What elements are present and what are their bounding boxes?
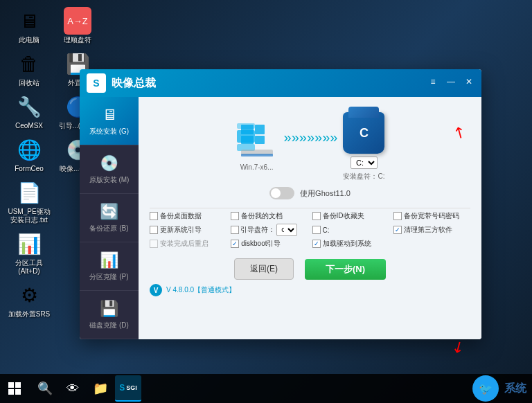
cb-broadband-backup-box[interactable] xyxy=(393,212,402,220)
cb-update-boot-label: 更新系统引导 xyxy=(160,225,202,235)
cb-diskboot-box[interactable] xyxy=(150,240,158,248)
backup-label: 备份还原 (B) xyxy=(89,224,128,233)
viz-target: C C: 安装盘符：C: xyxy=(343,107,384,181)
desktop-icon-ceomsx[interactable]: 🔧 CeoMSX xyxy=(7,93,51,130)
formceo-icon: 🌐 xyxy=(15,136,43,163)
cb-diskboot-label: 安装完成后重启 xyxy=(160,239,209,249)
this-pc-icon: 🖥 xyxy=(15,7,43,35)
taskbar-search[interactable]: 🔍 xyxy=(32,375,58,402)
svg-rect-12 xyxy=(15,389,21,395)
cb-desktop-backup-box[interactable] xyxy=(150,212,158,220)
disk-clone-icon: 💾 xyxy=(100,300,118,318)
windows-start-icon xyxy=(8,382,21,395)
logo-letter: S xyxy=(93,78,99,89)
taskbar-explorer[interactable]: 📁 xyxy=(87,375,114,402)
cb-doc-backup-box[interactable] xyxy=(231,212,239,220)
cb-reboot-after-box[interactable]: ✓ xyxy=(393,226,402,234)
source-label: Win.7-x6... xyxy=(240,163,274,171)
original-install-icon: 💿 xyxy=(100,154,118,172)
app-logo: S xyxy=(87,73,106,93)
txt-icon: 📄 xyxy=(15,179,43,206)
svg-rect-5 xyxy=(241,136,254,144)
close-button[interactable]: ✕ xyxy=(462,75,476,89)
desktop-icon-partition[interactable]: 📊 分区工具(Alt+D) xyxy=(7,230,51,276)
watermark: 系统 xyxy=(504,382,526,396)
app-sidebar: 🖥 系统安装 (G) 💿 原版安装 (M) 🔄 备份还原 (B) 📊 分区克隆 … xyxy=(80,97,139,339)
cb-id-backup-box[interactable] xyxy=(312,212,321,220)
sgi-icon: S xyxy=(119,383,125,393)
desktop-icon-recycle[interactable]: 🗑 回收站 xyxy=(7,50,51,87)
sidebar-item-original-install[interactable]: 💿 原版安装 (M) xyxy=(80,145,139,194)
drive-letter: C xyxy=(360,126,369,141)
taskbar-sgi[interactable]: S SGI xyxy=(115,375,141,402)
desktop-icon-this-pc[interactable]: 🖥 此电脑 xyxy=(7,7,51,44)
sidebar-item-disk-clone[interactable]: 💾 磁盘克隆 (D) xyxy=(80,291,139,339)
cb-doc-backup: 备份我的文档 xyxy=(231,211,308,221)
this-pc-label: 此电脑 xyxy=(19,36,39,44)
app-titlebar: S 映像总裁 ≡ — ✕ xyxy=(80,69,481,97)
cb-broadband-backup: 备份宽带号码密码 xyxy=(393,211,470,221)
next-button[interactable]: 下一步(N) xyxy=(305,259,386,280)
cb-update-boot-box[interactable] xyxy=(150,226,158,234)
taskbar-icons: 🔍 👁 📁 S SGI xyxy=(29,375,144,402)
version-label: V 4.8.0.0【普通模式】 xyxy=(166,285,236,295)
desktop-icon-formceo[interactable]: 🌐 FormCeo xyxy=(7,136,51,173)
cb-id-backup-label: 备份ID收藏夹 xyxy=(323,211,364,221)
svg-rect-11 xyxy=(8,389,14,395)
version-icon: V xyxy=(150,284,162,296)
arrow-sequence: »»»»»»» xyxy=(284,130,338,144)
cb-clean-third: C: xyxy=(312,224,389,236)
drive-select-row: C: xyxy=(351,156,378,169)
system-install-icon: 🖥 xyxy=(102,106,117,124)
button-row: 返回(E) 下一步(N) xyxy=(150,258,470,280)
cb-boot-drive: 引导盘符： C: xyxy=(231,224,308,236)
partition-icon: 📊 xyxy=(15,230,43,258)
minimize-button[interactable]: — xyxy=(444,75,458,89)
desktop-icon-txt[interactable]: 📄 USM_PE驱动安装日志.txt xyxy=(7,179,51,224)
sidebar-item-partition-clone[interactable]: 📊 分区克隆 (P) xyxy=(80,242,139,291)
cb-usb3-box[interactable]: ✓ xyxy=(312,240,321,248)
cb-boot-drive-box[interactable] xyxy=(231,226,239,234)
twitter-button[interactable]: 🐦 xyxy=(472,375,499,402)
cb-usb3: ✓ 加载驱动到系统 xyxy=(312,239,471,249)
cb-load-driver: ✓ diskboot引导 xyxy=(231,239,308,249)
cb-desktop-backup-label: 备份桌面数据 xyxy=(160,211,202,221)
desktop-icon-az[interactable]: A→Z 理顺盘符 xyxy=(55,7,100,44)
start-button[interactable] xyxy=(0,374,29,403)
menu-button[interactable]: ≡ xyxy=(426,75,440,89)
drive-select[interactable]: C: xyxy=(351,156,378,169)
desktop: 🖥 此电脑 🗑 回收站 🔧 CeoMSX 🌐 FormCeo 📄 USM_PE驱… xyxy=(0,0,532,403)
sidebar-item-backup[interactable]: 🔄 备份还原 (B) xyxy=(80,194,139,242)
viz-source: Win.7-x6... xyxy=(236,118,278,171)
ceomsx-icon: 🔧 xyxy=(15,93,43,120)
original-install-label: 原版安装 (M) xyxy=(89,175,130,184)
svg-rect-10 xyxy=(15,382,21,388)
cb-usb3-label: 加载驱动到系统 xyxy=(323,239,371,249)
windows-icon xyxy=(236,118,278,161)
ghost-toggle[interactable] xyxy=(269,187,294,199)
svg-rect-8 xyxy=(241,154,273,156)
cb-diskboot: 安装完成后重启 xyxy=(150,239,227,249)
backup-icon: 🔄 xyxy=(100,203,118,221)
cb-load-driver-box[interactable]: ✓ xyxy=(231,240,239,248)
taskbar-cortana[interactable]: 👁 xyxy=(60,375,86,402)
desktop-icon-srs[interactable]: ⚙ 加载外置SRS xyxy=(7,281,51,319)
install-viz: Win.7-x6... »»»»»»» C xyxy=(150,107,470,181)
svg-rect-6 xyxy=(255,136,265,144)
version-bar: V V 4.8.0.0【普通模式】 xyxy=(150,284,470,296)
sidebar-item-system-install[interactable]: 🖥 系统安装 (G) xyxy=(80,97,139,145)
cb-broadband-backup-label: 备份宽带号码密码 xyxy=(404,211,459,221)
cb-clean-third-box[interactable] xyxy=(312,226,321,234)
boot-drive-select[interactable]: C: xyxy=(276,224,297,236)
checkboxes-grid: 备份桌面数据 备份我的文档 备份ID收藏夹 备份宽带号码密码 更新系统引导 xyxy=(150,211,470,249)
app-controls: ≡ — ✕ xyxy=(426,75,476,89)
cb-boot-drive-label: 引导盘符： xyxy=(240,225,275,235)
az-icon: A→Z xyxy=(64,7,91,35)
back-button[interactable]: 返回(E) xyxy=(234,258,294,280)
desktop-icons-left: 🖥 此电脑 🗑 回收站 🔧 CeoMSX 🌐 FormCeo 📄 USM_PE驱… xyxy=(7,7,51,319)
formceo-label: FormCeo xyxy=(15,165,44,173)
svg-rect-4 xyxy=(255,125,265,134)
cb-reboot-after-label: 清理第三方软件 xyxy=(404,225,452,235)
partition-clone-icon: 📊 xyxy=(100,251,118,269)
cb-clean-third-label: C: xyxy=(323,226,330,234)
